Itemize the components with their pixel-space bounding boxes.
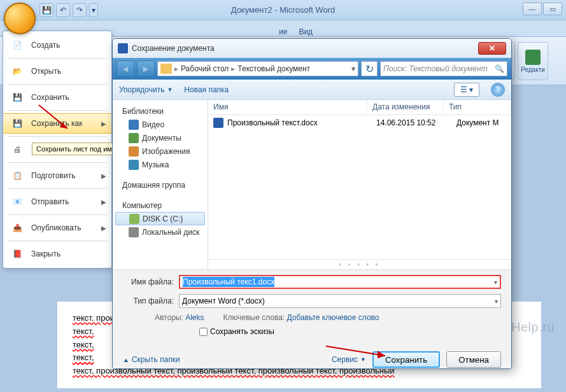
nav-back-button[interactable]: ◄ xyxy=(117,60,134,77)
search-icon: 🔍 xyxy=(495,64,504,73)
thumbnails-label: Сохранять эскизы xyxy=(210,327,274,336)
tree-diskc[interactable]: DISK C (C:) xyxy=(115,212,205,225)
filetype-label: Тип файла: xyxy=(123,297,174,305)
disk-icon xyxy=(129,227,139,237)
col-date[interactable]: Дата изменения xyxy=(367,100,444,115)
refresh-button[interactable]: ↻ xyxy=(361,61,378,76)
hide-folders-link[interactable]: ▲Скрыть папки xyxy=(123,355,180,364)
dialog-toolbar: Упорядочить ▼ Новая папка ☰ ▾ ? xyxy=(113,80,511,100)
cancel-button[interactable]: Отмена xyxy=(446,351,501,368)
menu-save[interactable]: 💾Сохранить xyxy=(3,87,111,108)
title-bar: 💾 ↶ ↷ ▾ Документ2 - Microsoft Word — ▭ xyxy=(0,0,566,20)
music-icon xyxy=(129,160,139,170)
nav-forward-button[interactable]: ► xyxy=(137,60,155,77)
maximize-button[interactable]: ▭ xyxy=(543,3,562,15)
folder-icon xyxy=(160,64,172,74)
tree-images[interactable]: Изображения xyxy=(115,144,205,158)
dialog-body: Библиотеки Видео Документы Изображения М… xyxy=(113,100,511,269)
tree-homegroup[interactable]: Домашняя группа xyxy=(115,179,205,192)
menu-label: Опубликовать xyxy=(31,223,81,232)
search-input[interactable]: Поиск: Текстовый документ 🔍 xyxy=(380,61,507,76)
tree-music[interactable]: Музыка xyxy=(115,158,205,171)
save-dialog: Сохранение документа ✕ ◄ ► ▸ Рабочий сто… xyxy=(112,38,512,369)
office-button[interactable] xyxy=(4,3,36,34)
menu-save-as[interactable]: 💾Сохранить как▶ xyxy=(3,113,111,134)
qat-undo[interactable]: ↶ xyxy=(56,3,70,17)
file-type: Документ M xyxy=(456,118,506,127)
filetype-select[interactable]: Документ Word (*.docx) ▾ xyxy=(179,294,501,308)
tree-libraries[interactable]: Библиотеки xyxy=(115,105,205,118)
file-list-header[interactable]: Имя Дата изменения Тип xyxy=(208,100,511,115)
qat-redo[interactable]: ↷ xyxy=(73,3,87,17)
quick-access-toolbar: 💾 ↶ ↷ ▾ xyxy=(39,3,98,17)
menu-prepare[interactable]: 📋Подготовить▶ xyxy=(3,165,111,186)
video-icon xyxy=(129,120,139,130)
dialog-titlebar: Сохранение документа ✕ xyxy=(113,39,511,58)
documents-icon xyxy=(129,133,139,143)
keywords-label: Ключевые слова: xyxy=(223,313,285,322)
chevron-right-icon: ▶ xyxy=(101,172,106,179)
images-icon xyxy=(129,146,139,157)
breadcrumb-item[interactable]: Рабочий стол xyxy=(181,64,229,73)
save-as-icon: 💾 xyxy=(8,116,26,131)
filename-input[interactable]: Произвольный текс1.docx ▾ xyxy=(179,275,501,289)
menu-label: Сохранить как xyxy=(31,119,82,128)
close-button[interactable]: ✕ xyxy=(478,42,506,55)
menu-label: Открыть xyxy=(31,67,61,76)
thumbnails-checkbox[interactable] xyxy=(199,328,208,336)
print-icon: 🖨 xyxy=(8,142,26,157)
authors-value[interactable]: Aleks xyxy=(185,313,204,322)
close-doc-icon: 📕 xyxy=(8,246,26,262)
tooltip: Сохранить лист под им xyxy=(32,143,117,155)
qat-save[interactable]: 💾 xyxy=(39,3,53,17)
window-controls: — ▭ xyxy=(523,3,562,15)
breadcrumb-item[interactable]: Текстовый документ xyxy=(237,64,310,73)
folder-tree[interactable]: Библиотеки Видео Документы Изображения М… xyxy=(113,100,208,269)
ribbon-tab-partial[interactable]: ие xyxy=(279,27,287,36)
view-button[interactable]: ☰ ▾ xyxy=(454,83,479,97)
menu-open[interactable]: 📂Открыть xyxy=(3,61,111,81)
menu-label: Закрыть xyxy=(31,249,60,258)
breadcrumb[interactable]: ▸ Рабочий стол ▸ Текстовый документ ▾ xyxy=(157,61,358,76)
dialog-nav-bar: ◄ ► ▸ Рабочий стол ▸ Текстовый документ … xyxy=(113,58,511,80)
help-button[interactable]: ? xyxy=(491,83,505,97)
menu-label: Подготовить xyxy=(31,171,75,180)
menu-label: Сохранить xyxy=(31,93,69,102)
chevron-right-icon: ▶ xyxy=(101,225,106,232)
menu-close[interactable]: 📕Закрыть xyxy=(3,244,111,264)
save-icon: 💾 xyxy=(8,90,26,105)
docx-icon xyxy=(213,118,223,128)
open-icon: 📂 xyxy=(8,64,26,79)
menu-label: Отправить xyxy=(31,197,69,206)
file-list[interactable]: Имя Дата изменения Тип Произвольный текс… xyxy=(208,100,511,269)
send-icon: 📧 xyxy=(8,194,26,209)
keywords-value[interactable]: Добавьте ключевое слово xyxy=(287,313,379,322)
publish-icon: 📤 xyxy=(8,220,26,235)
ribbon-tab-view[interactable]: Вид xyxy=(299,27,313,36)
minimize-button[interactable]: — xyxy=(523,3,542,15)
qat-customize[interactable]: ▾ xyxy=(89,3,98,17)
menu-send[interactable]: 📧Отправить▶ xyxy=(3,192,111,212)
disk-icon xyxy=(129,214,139,224)
tree-computer[interactable]: Компьютер xyxy=(115,199,205,212)
tree-video[interactable]: Видео xyxy=(115,118,205,131)
dialog-form: Имя файла: Произвольный текс1.docx ▾ Тип… xyxy=(113,269,511,351)
new-folder-button[interactable]: Новая папка xyxy=(184,85,229,94)
tree-localdisk[interactable]: Локальный диск xyxy=(115,225,205,239)
menu-publish[interactable]: 📤Опубликовать▶ xyxy=(3,218,111,238)
chevron-right-icon: ▶ xyxy=(101,120,106,127)
col-type[interactable]: Тип xyxy=(444,100,511,115)
save-button[interactable]: Сохранить xyxy=(372,351,440,368)
file-row[interactable]: Произвольный текст.docx 14.06.2015 10:52… xyxy=(208,115,511,130)
tree-documents[interactable]: Документы xyxy=(115,131,205,144)
resize-grip[interactable]: • • • • • xyxy=(208,259,511,269)
menu-new[interactable]: 📄Создать xyxy=(3,35,111,55)
organize-button[interactable]: Упорядочить ▼ xyxy=(119,85,173,94)
authors-label: Авторы: xyxy=(155,313,183,322)
tools-button[interactable]: Сервис ▼ xyxy=(332,355,366,364)
col-name[interactable]: Имя xyxy=(208,100,367,115)
new-icon: 📄 xyxy=(8,38,26,53)
ribbon-group-edit[interactable]: Редакти xyxy=(518,42,548,80)
chevron-right-icon: ▶ xyxy=(101,199,106,206)
filetype-value: Документ Word (*.docx) xyxy=(182,297,265,305)
